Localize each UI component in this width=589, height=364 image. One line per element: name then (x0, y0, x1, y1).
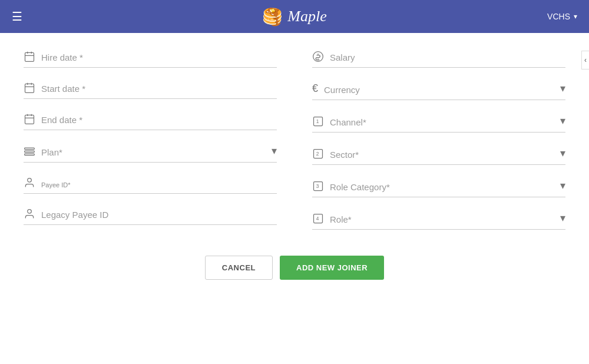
app-header: ☰ 🥞 Maple VCHS ▾ (0, 0, 589, 33)
salary-content: Salary (330, 51, 565, 64)
brand-name: Maple (287, 8, 326, 25)
end-date-field[interactable]: End date (24, 107, 277, 130)
currency-content: Currency (324, 84, 560, 96)
form-grid: Hire date Start date (24, 45, 565, 238)
calendar-icon (24, 51, 35, 62)
sector-dropdown-arrow-icon: ▾ (560, 147, 565, 160)
dollar-icon (312, 51, 324, 62)
payee-id-content: Payee ID* (41, 181, 277, 190)
role-category-field[interactable]: 3 Role Category* ▾ (312, 173, 565, 197)
salary-field[interactable]: Salary (312, 45, 565, 68)
svg-text:3: 3 (316, 183, 319, 189)
hire-date-content: Hire date (41, 51, 277, 64)
payee-id-small-label: Payee ID* (41, 181, 277, 188)
currency-field[interactable]: € Currency ▾ (312, 76, 565, 100)
hire-date-field[interactable]: Hire date (24, 45, 277, 68)
start-date-content: Start date (41, 82, 277, 95)
channel-1-icon: 1 (312, 115, 324, 127)
channel-field[interactable]: 1 Channel* ▾ (312, 108, 565, 133)
start-date-label: Start date (41, 82, 277, 95)
end-date-content: End date (41, 114, 277, 126)
payee-id-field[interactable]: Payee ID* (24, 171, 277, 194)
menu-icon[interactable]: ☰ (12, 9, 22, 24)
sector-icon: 2 (312, 148, 324, 160)
person-icon (24, 208, 35, 220)
svg-rect-13 (25, 151, 35, 153)
legacy-payee-id-label: Legacy Payee ID (41, 209, 277, 221)
role-category-content: Role Category* (330, 181, 560, 193)
currency-dropdown-arrow-icon: ▾ (560, 82, 565, 95)
euro-icon: € (312, 82, 318, 95)
plan-dropdown-arrow-icon: ▾ (272, 144, 277, 157)
org-name: VCHS (547, 12, 570, 21)
calendar-icon (24, 82, 35, 94)
right-column: Salary € Currency ▾ 1 Channel* (312, 45, 565, 238)
role-label: Role* (330, 213, 560, 226)
currency-label: Currency (324, 84, 560, 96)
cancel-button[interactable]: CANCEL (205, 256, 273, 280)
svg-text:4: 4 (316, 216, 319, 221)
channel-dropdown-arrow-icon: ▾ (560, 114, 565, 127)
person-icon (24, 177, 35, 188)
start-date-field[interactable]: Start date (24, 76, 277, 99)
svg-point-16 (28, 210, 32, 214)
brand-logo: 🥞 Maple (262, 7, 326, 27)
svg-rect-8 (25, 115, 34, 124)
role-icon: 4 (312, 213, 324, 224)
role-field[interactable]: 4 Role* ▾ (312, 206, 565, 230)
collapse-handle[interactable]: ‹ (581, 51, 589, 70)
left-column: Hire date Start date (24, 45, 277, 238)
plan-field[interactable]: Plan* ▾ (24, 138, 277, 163)
form-actions: CANCEL ADD NEW JOINER (24, 250, 565, 280)
role-category-icon: 3 (312, 180, 324, 192)
salary-label: Salary (330, 51, 565, 64)
main-content: ‹ Hire date (0, 33, 589, 364)
pancake-icon: 🥞 (262, 7, 283, 27)
sector-content: Sector* (330, 148, 560, 161)
role-category-label: Role Category* (330, 181, 560, 193)
plan-content: Plan* (41, 146, 272, 158)
legacy-payee-id-field[interactable]: Legacy Payee ID (24, 202, 277, 225)
add-new-joiner-button[interactable]: ADD NEW JOINER (280, 256, 384, 280)
org-chevron-icon: ▾ (574, 12, 577, 21)
svg-point-15 (28, 178, 32, 183)
sector-label: Sector* (330, 148, 560, 161)
svg-text:2: 2 (316, 151, 319, 157)
svg-rect-12 (25, 148, 35, 150)
plan-label: Plan* (41, 146, 272, 158)
role-dropdown-arrow-icon: ▾ (560, 211, 565, 224)
list-icon (24, 145, 35, 157)
svg-text:1: 1 (316, 118, 319, 124)
legacy-payee-id-content: Legacy Payee ID (41, 209, 277, 221)
svg-rect-14 (25, 154, 35, 155)
role-content: Role* (330, 213, 560, 226)
channel-label: Channel* (330, 116, 560, 128)
hire-date-label: Hire date (41, 51, 277, 64)
sector-field[interactable]: 2 Sector* ▾ (312, 141, 565, 165)
svg-rect-0 (25, 52, 34, 61)
end-date-label: End date (41, 114, 277, 126)
org-selector[interactable]: VCHS ▾ (547, 12, 577, 21)
svg-rect-4 (25, 84, 34, 92)
channel-content: Channel* (330, 116, 560, 128)
role-category-dropdown-arrow-icon: ▾ (560, 179, 565, 192)
calendar-icon (24, 113, 35, 125)
